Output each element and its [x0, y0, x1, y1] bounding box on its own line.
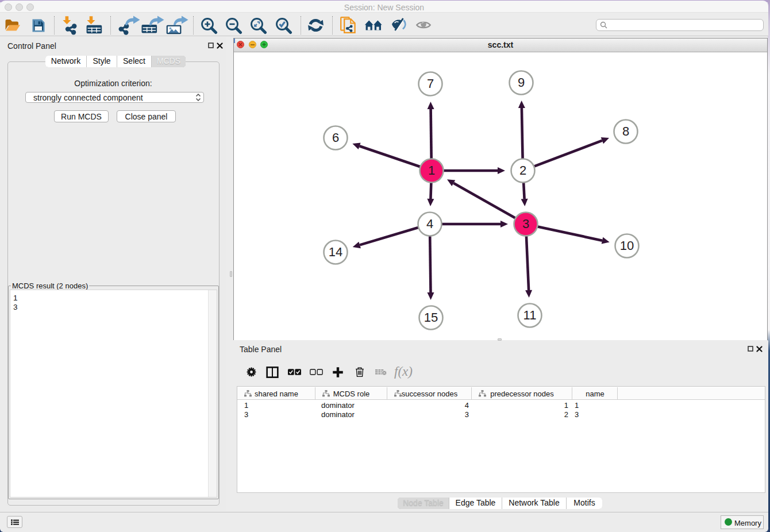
svg-text:15: 15: [424, 310, 438, 325]
svg-text:2: 2: [519, 163, 526, 178]
svg-text:7: 7: [427, 76, 434, 91]
svg-text:8: 8: [622, 124, 629, 138]
svg-text:3: 3: [522, 217, 529, 231]
svg-text:4: 4: [426, 217, 433, 231]
svg-text:1: 1: [428, 163, 435, 178]
svg-text:10: 10: [620, 238, 634, 253]
svg-text:14: 14: [329, 245, 342, 259]
svg-text:9: 9: [518, 75, 525, 90]
svg-text:6: 6: [332, 130, 339, 145]
svg-text:11: 11: [523, 308, 537, 322]
